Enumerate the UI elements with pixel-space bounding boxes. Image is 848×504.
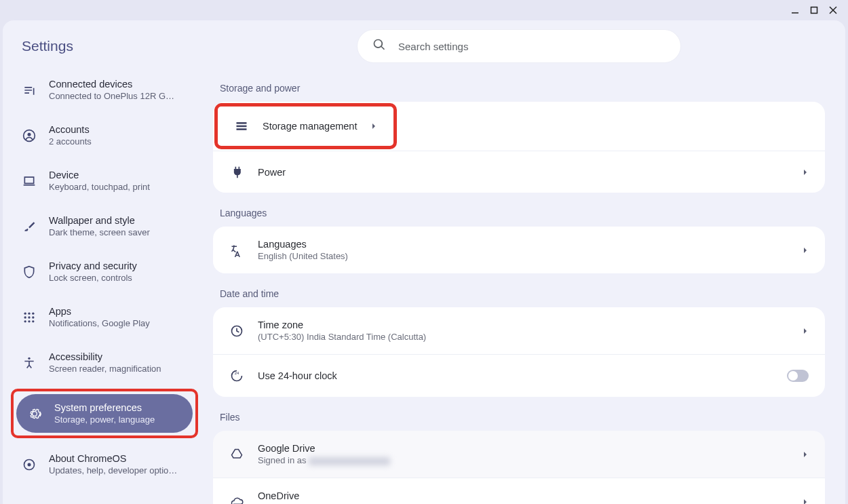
row-power[interactable]: Power [213, 151, 825, 193]
chevron-right-icon [802, 166, 809, 178]
chevron-right-icon [370, 120, 377, 132]
svg-point-9 [24, 316, 26, 318]
row-sublabel: English (United States) [258, 251, 788, 261]
chevron-right-icon [802, 325, 809, 337]
sidebar-item-accounts[interactable]: Accounts 2 accounts [11, 116, 198, 155]
row-sublabel: Signed in as [258, 455, 788, 465]
app-title: Settings [11, 33, 198, 71]
brush-icon [22, 219, 37, 234]
row-label: Storage management [263, 121, 357, 132]
row-24h-clock[interactable]: 24 Use 24-hour clock [213, 355, 825, 397]
card-storage-power: Storage management Power [213, 102, 825, 193]
sidebar-item-sub: 2 accounts [49, 136, 92, 147]
clock-24-icon: 24 [229, 368, 244, 383]
row-label: Time zone [258, 319, 788, 330]
svg-point-12 [24, 320, 26, 322]
content-area: Storage and power Storage management Pow… [206, 20, 845, 504]
search-input[interactable] [398, 41, 666, 52]
card-datetime: Time zone (UTC+5:30) India Standard Time… [213, 307, 825, 397]
section-label-storage-power: Storage and power [220, 83, 825, 94]
svg-point-17 [28, 463, 31, 466]
sidebar-item-sub: Keyboard, touchpad, print [49, 182, 150, 192]
row-languages[interactable]: Languages English (United States) [213, 227, 825, 273]
search-icon [372, 38, 386, 54]
row-label: OneDrive [258, 490, 788, 501]
sidebar-item-label: About ChromeOS [49, 453, 178, 464]
laptop-icon [22, 174, 37, 189]
sidebar-item-label: Apps [49, 306, 150, 317]
svg-point-5 [28, 132, 31, 136]
sidebar-item-label: Device [49, 170, 150, 180]
sidebar-item-label: Accessibility [49, 351, 161, 362]
sidebar-item-label: System preferences [54, 402, 155, 413]
window-titlebar [0, 0, 848, 20]
card-languages: Languages English (United States) [213, 227, 825, 273]
sidebar-item-wallpaper[interactable]: Wallpaper and style Dark theme, screen s… [11, 207, 198, 246]
svg-point-10 [28, 316, 30, 318]
accessibility-icon [22, 355, 37, 370]
row-timezone[interactable]: Time zone (UTC+5:30) India Standard Time… [213, 307, 825, 355]
toggle-24h-clock[interactable] [787, 370, 809, 382]
sidebar-item-sub: Connected to OnePlus 12R Gens... [49, 91, 178, 101]
sidebar-item-about[interactable]: About ChromeOS Updates, help, developer … [11, 445, 198, 484]
row-label: Languages [258, 239, 788, 250]
row-onedrive[interactable]: OneDrive Add your Microsoft account [213, 478, 825, 504]
card-files: Google Drive Signed in as OneDrive Add y… [213, 431, 825, 504]
sidebar: Settings Connected devices Connected to … [3, 20, 206, 504]
svg-point-13 [28, 320, 30, 322]
gear-icon [27, 406, 42, 421]
sidebar-item-sub: Storage, power, language [54, 414, 155, 425]
sidebar-item-device[interactable]: Device Keyboard, touchpad, print [11, 161, 198, 200]
svg-rect-20 [237, 128, 247, 130]
sidebar-item-accessibility[interactable]: Accessibility Screen reader, magnificati… [11, 343, 198, 382]
row-storage-management[interactable]: Storage management [213, 102, 825, 151]
sidebar-item-apps[interactable]: Apps Notifications, Google Play [11, 298, 198, 336]
row-label: Google Drive [258, 443, 788, 454]
devices-icon [22, 83, 37, 98]
sidebar-item-privacy[interactable]: Privacy and security Lock screen, contro… [11, 252, 198, 291]
sidebar-item-label: Accounts [49, 124, 92, 135]
svg-rect-19 [237, 125, 247, 128]
svg-point-11 [32, 316, 34, 318]
storage-icon [234, 119, 249, 134]
power-plug-icon [229, 165, 244, 180]
account-icon [22, 128, 37, 143]
redacted-email [309, 457, 390, 465]
apps-grid-icon [22, 310, 37, 325]
sidebar-item-label: Connected devices [49, 79, 178, 90]
window-close-button[interactable] [828, 5, 839, 16]
sidebar-item-system-preferences[interactable]: System preferences Storage, power, langu… [16, 394, 193, 433]
section-label-languages: Languages [220, 208, 825, 218]
clock-icon [229, 324, 244, 338]
row-google-drive[interactable]: Google Drive Signed in as [213, 431, 825, 478]
window-minimize-button[interactable] [790, 5, 801, 16]
search-bar[interactable] [358, 30, 680, 62]
sidebar-item-sub: Dark theme, screen saver [49, 227, 150, 237]
sidebar-item-sub: Notifications, Google Play [49, 318, 150, 328]
sidebar-item-label: Privacy and security [49, 260, 137, 271]
highlight-sidebar-system: System preferences Storage, power, langu… [11, 389, 198, 438]
sidebar-item-connected-devices[interactable]: Connected devices Connected to OnePlus 1… [11, 71, 198, 109]
shield-icon [22, 265, 37, 279]
svg-point-6 [24, 312, 26, 314]
chrome-icon [22, 457, 37, 472]
row-label: Use 24-hour clock [258, 370, 773, 381]
svg-point-8 [32, 312, 34, 314]
chevron-right-icon [802, 448, 809, 461]
row-sublabel: (UTC+5:30) India Standard Time (Calcutta… [258, 332, 788, 342]
sidebar-item-sub: Screen reader, magnification [49, 364, 161, 374]
sidebar-item-sub: Updates, help, developer options [49, 465, 178, 476]
row-label: Power [258, 167, 788, 178]
window-maximize-button[interactable] [809, 5, 820, 16]
svg-text:24: 24 [235, 371, 239, 375]
section-label-files: Files [220, 412, 825, 423]
translate-icon [229, 243, 244, 258]
svg-rect-1 [811, 7, 817, 14]
svg-point-7 [28, 312, 30, 314]
section-label-datetime: Date and time [220, 288, 825, 299]
google-drive-icon [229, 447, 244, 462]
svg-rect-18 [237, 122, 247, 124]
chevron-right-icon [802, 496, 809, 505]
chevron-right-icon [802, 244, 809, 256]
sidebar-item-label: Wallpaper and style [49, 215, 150, 226]
